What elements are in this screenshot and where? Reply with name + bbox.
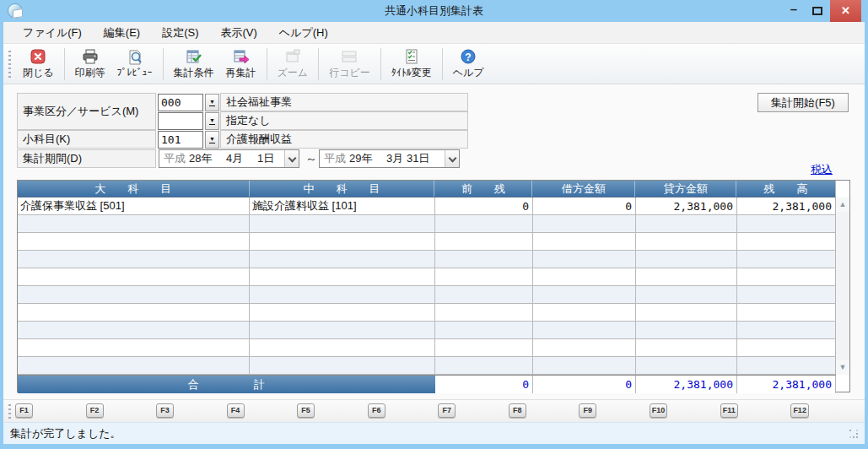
business-name-field: 社会福祉事業 <box>220 93 468 111</box>
preview-tool-button[interactable]: ﾌﾟﾚﾋﾞｭｰ <box>111 47 159 80</box>
total-credit-amount: 2,381,000 <box>636 376 737 393</box>
toolbar-separator <box>267 48 267 80</box>
total-previous-balance: 0 <box>435 376 533 393</box>
subaccount-code-input[interactable] <box>158 131 203 149</box>
function-bar-grip[interactable] <box>8 404 11 419</box>
header-previous-balance: 前 残 <box>434 181 532 197</box>
close-tool-button[interactable]: 閉じる <box>17 46 60 82</box>
cell-debit-amount: 0 <box>533 197 636 214</box>
period-label: 集計期間(D) <box>17 149 156 168</box>
summary-table: 大 科 目 中 科 目 前 残 借方金額 貸方金額 残 高 介護保事業収益 [5… <box>17 180 850 392</box>
close-button[interactable]: ✕ <box>830 0 861 22</box>
fkey-f3[interactable]: F3 <box>156 403 174 418</box>
empty-table-row <box>18 357 836 375</box>
service-name-field: 指定なし <box>220 111 468 130</box>
resize-grip-icon[interactable] <box>849 430 860 440</box>
header-debit-amount: 借方金額 <box>532 181 635 197</box>
app-window: 共通小科目別集計表 – ✕ ファイル(F) 編集(E) 設定(S) 表示(V) … <box>0 0 868 449</box>
empty-table-row <box>18 233 836 251</box>
function-key-bar: F1 F2 F3 F4 F5 F6 F7 F8 F9 F10 F11 F12 <box>3 399 865 422</box>
header-balance: 残 高 <box>736 181 835 197</box>
menu-file[interactable]: ファイル(F) <box>12 22 93 43</box>
window-title: 共通小科目別集計表 <box>0 0 868 22</box>
aggregate-conditions-button[interactable]: 集計条件 <box>168 46 220 82</box>
period-to-picker[interactable]: 平成 29年 3月 31日 <box>319 149 460 168</box>
header-credit-amount: 貸方金額 <box>635 181 736 197</box>
maximize-button[interactable] <box>806 0 828 22</box>
toolbar-separator <box>380 48 381 80</box>
scroll-down-icon[interactable]: ▼ <box>836 360 849 375</box>
fkey-f10[interactable]: F10 <box>650 403 668 418</box>
svg-text:?: ? <box>465 51 471 62</box>
maximize-icon <box>812 7 822 15</box>
menu-edit[interactable]: 編集(E) <box>93 22 151 43</box>
row-copy-button: 行コピー <box>323 46 376 82</box>
period-from-picker[interactable]: 平成 28年 4月 1日 <box>159 149 299 168</box>
tax-included-link[interactable]: 税込 <box>811 162 833 177</box>
fkey-f12[interactable]: F12 <box>790 403 809 418</box>
fkey-f1[interactable]: F1 <box>15 403 33 418</box>
fkey-f8[interactable]: F8 <box>509 403 526 418</box>
empty-table-row <box>18 339 836 357</box>
row-copy-icon <box>341 48 358 66</box>
fkey-f11[interactable]: F11 <box>720 403 738 418</box>
empty-table-row <box>18 322 836 339</box>
subaccount-dropdown-button[interactable]: ▼ <box>205 131 219 149</box>
business-service-label: 事業区分／サービス(M) <box>17 93 156 130</box>
fkey-f7[interactable]: F7 <box>438 403 456 418</box>
fkey-f9[interactable]: F9 <box>579 403 596 418</box>
menu-help[interactable]: ヘルプ(H) <box>268 22 339 43</box>
period-to-date: 29年 3月 31日 <box>346 151 429 166</box>
help-icon: ? <box>460 48 477 66</box>
recalculate-icon <box>233 48 250 66</box>
service-code-dropdown-button[interactable]: ▼ <box>205 112 219 130</box>
toolbar-separator <box>163 48 164 80</box>
table-header-row: 大 科 目 中 科 目 前 残 借方金額 貸方金額 残 高 <box>18 181 836 197</box>
title-bar: 共通小科目別集計表 – ✕ <box>0 0 868 22</box>
combo-arrow-icon[interactable] <box>445 150 459 167</box>
subaccount-label: 小科目(K) <box>17 130 156 149</box>
total-debit-amount: 0 <box>533 376 636 393</box>
menu-bar: ファイル(F) 編集(E) 設定(S) 表示(V) ヘルプ(H) <box>3 22 865 44</box>
vertical-scrollbar[interactable]: ▲ ▼ <box>835 197 849 375</box>
help-button[interactable]: ? ヘルプ <box>447 46 490 82</box>
fkey-f5[interactable]: F5 <box>297 403 315 418</box>
fkey-f4[interactable]: F4 <box>227 403 245 418</box>
fkey-f6[interactable]: F6 <box>368 403 385 418</box>
recalculate-button[interactable]: 再集計 <box>220 46 262 82</box>
title-change-button[interactable]: ﾀｲﾄﾙ変更 <box>385 46 438 82</box>
status-bar: 集計が完了しました。 <box>3 422 865 444</box>
service-code-input[interactable] <box>158 112 203 130</box>
table-total-row: 合 計 0 0 2,381,000 2,381,000 <box>18 375 836 393</box>
cell-balance: 2,381,000 <box>737 197 836 214</box>
cell-previous-balance: 0 <box>435 197 533 214</box>
period-from-date: 28年 4月 1日 <box>186 151 274 166</box>
table-row[interactable]: 介護保事業収益 [501] 施設介護料収益 [101] 0 0 2,381,00… <box>18 197 836 215</box>
menu-settings[interactable]: 設定(S) <box>151 22 209 43</box>
combo-arrow-icon[interactable] <box>284 150 299 167</box>
cell-credit-amount: 2,381,000 <box>636 197 737 214</box>
toolbar-separator <box>318 48 319 80</box>
empty-table-row <box>18 251 836 268</box>
fkey-f2[interactable]: F2 <box>86 403 104 418</box>
status-message: 集計が完了しました。 <box>10 427 121 440</box>
business-code-input[interactable] <box>158 94 203 111</box>
start-aggregation-button[interactable]: 集計開始(F5) <box>757 93 849 112</box>
empty-table-row <box>18 286 836 304</box>
zoom-window-icon <box>284 48 301 66</box>
scroll-up-icon[interactable]: ▲ <box>836 197 849 212</box>
minimize-button[interactable]: – <box>783 0 805 22</box>
business-code-dropdown-button[interactable]: ▼ <box>205 94 219 111</box>
zoom-tool-button: ズーム <box>272 46 315 82</box>
dropdown-arrow-icon: ▼ <box>209 136 215 143</box>
menu-view[interactable]: 表示(V) <box>210 22 268 43</box>
period-separator: ～ <box>305 152 317 167</box>
toolbar-separator <box>64 48 65 80</box>
total-balance: 2,381,000 <box>737 376 836 393</box>
empty-table-row <box>18 304 836 322</box>
print-tool-button[interactable]: 印刷等 <box>69 46 111 82</box>
printer-icon <box>82 48 99 66</box>
header-major-account: 大 科 目 <box>18 181 250 197</box>
aggregate-conditions-icon <box>186 48 202 66</box>
toolbar-grip[interactable] <box>8 51 11 78</box>
